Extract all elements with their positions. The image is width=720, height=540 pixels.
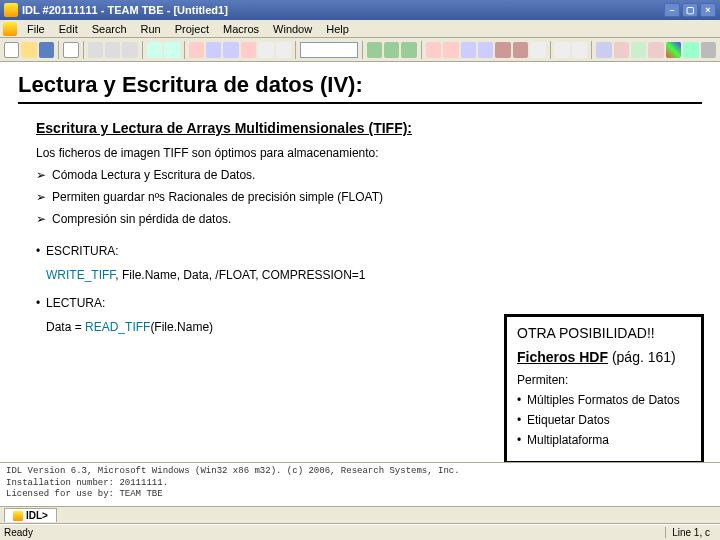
slide: Lectura y Escritura de datos (IV): Escri… <box>0 62 720 356</box>
window-title: IDL #20111111 - TEAM TBE - [Untitled1] <box>22 4 228 16</box>
intro-text: Los ficheros de imagen TIFF son óptimos … <box>36 146 702 160</box>
console-line: Installation number: 20111111. <box>6 478 714 490</box>
document-area: Lectura y Escritura de datos (IV): Escri… <box>0 62 720 462</box>
console-line: IDL Version 6.3, Microsoft Windows (Win3… <box>6 466 714 478</box>
run-icon[interactable] <box>206 42 221 58</box>
tool-icon[interactable] <box>554 42 569 58</box>
tool-icon[interactable] <box>513 42 528 58</box>
tool-icon[interactable] <box>276 42 291 58</box>
infobox-main-bold: Ficheros HDF <box>517 349 608 365</box>
bullet-item: Compresión sin pérdida de datos. <box>36 212 702 226</box>
infobox-item: Etiquetar Datos <box>517 413 691 427</box>
separator-icon <box>550 41 551 59</box>
infobox-item: Multiplataforma <box>517 433 691 447</box>
section-lectura: LECTURA: <box>36 296 702 310</box>
tool-icon[interactable] <box>572 42 587 58</box>
tab-icon <box>13 511 23 521</box>
separator-icon <box>142 41 143 59</box>
tool-icon[interactable] <box>648 42 663 58</box>
search-field[interactable] <box>300 42 358 58</box>
infobox-permit: Permiten: <box>517 373 691 387</box>
command-args: , File.Name, Data, /FLOAT, COMPRESSION=1 <box>115 268 365 282</box>
infobox-item: Múltiples Formatos de Datos <box>517 393 691 407</box>
separator-icon <box>83 41 84 59</box>
stop-icon[interactable] <box>241 42 256 58</box>
separator-icon <box>295 41 296 59</box>
cut-icon[interactable] <box>88 42 103 58</box>
infobox-main-rest: (pág. 161) <box>608 349 676 365</box>
write-command: WRITE_TIFF, File.Name, Data, /FLOAT, COM… <box>46 268 702 282</box>
keyword: WRITE_TIFF <box>46 268 115 282</box>
menu-help[interactable]: Help <box>319 21 356 37</box>
menu-app-icon <box>3 22 17 36</box>
tool-icon[interactable] <box>530 42 545 58</box>
menu-file[interactable]: File <box>20 21 52 37</box>
separator-icon <box>591 41 592 59</box>
run2-icon[interactable] <box>223 42 238 58</box>
info-box: OTRA POSIBILIDAD!! Ficheros HDF (pág. 16… <box>504 314 704 462</box>
slide-subhead: Escritura y Lectura de Arrays Multidimen… <box>36 120 702 136</box>
tool-icon[interactable] <box>478 42 493 58</box>
titlebar: IDL #20111111 - TEAM TBE - [Untitled1] –… <box>0 0 720 20</box>
tab-label: IDL> <box>26 510 48 521</box>
bullet-item: Permiten guardar nºs Racionales de preci… <box>36 190 702 204</box>
tool-icon[interactable] <box>426 42 441 58</box>
undo-icon[interactable] <box>147 42 162 58</box>
tool-icon[interactable] <box>495 42 510 58</box>
minimize-button[interactable]: – <box>664 3 680 17</box>
tool-icon[interactable] <box>596 42 611 58</box>
app-icon <box>4 3 18 17</box>
menu-macros[interactable]: Macros <box>216 21 266 37</box>
infobox-main: Ficheros HDF (pág. 161) <box>517 349 691 365</box>
toolbar <box>0 38 720 62</box>
tool-icon[interactable] <box>401 42 416 58</box>
menu-edit[interactable]: Edit <box>52 21 85 37</box>
bullet-item: Cómoda Lectura y Escritura de Datos. <box>36 168 702 182</box>
tool-icon[interactable] <box>384 42 399 58</box>
status-line: Line 1, c <box>665 527 716 538</box>
save-icon[interactable] <box>39 42 54 58</box>
idl-prompt-tab[interactable]: IDL> <box>4 508 57 522</box>
window-controls: – ▢ × <box>664 3 716 17</box>
separator-icon <box>184 41 185 59</box>
compile-icon[interactable] <box>189 42 204 58</box>
paste-icon[interactable] <box>122 42 137 58</box>
menubar: File Edit Search Run Project Macros Wind… <box>0 20 720 38</box>
open-icon[interactable] <box>21 42 36 58</box>
command-prefix: Data = <box>46 320 85 334</box>
tool-icon[interactable] <box>683 42 698 58</box>
separator-icon <box>58 41 59 59</box>
tool-icon[interactable] <box>258 42 273 58</box>
menu-project[interactable]: Project <box>168 21 216 37</box>
command-args: (File.Name) <box>150 320 213 334</box>
new-icon[interactable] <box>4 42 19 58</box>
slide-title: Lectura y Escritura de datos (IV): <box>18 72 702 104</box>
prompt-tabs: IDL> <box>0 506 720 524</box>
separator-icon <box>362 41 363 59</box>
tool-icon[interactable] <box>443 42 458 58</box>
palette-icon[interactable] <box>666 42 681 58</box>
console-output: IDL Version 6.3, Microsoft Windows (Win3… <box>0 462 720 506</box>
menu-window[interactable]: Window <box>266 21 319 37</box>
statusbar: Ready Line 1, c <box>0 524 720 540</box>
tool-icon[interactable] <box>367 42 382 58</box>
menu-search[interactable]: Search <box>85 21 134 37</box>
section-escritura: ESCRITURA: <box>36 244 702 258</box>
menu-run[interactable]: Run <box>134 21 168 37</box>
tool-icon[interactable] <box>461 42 476 58</box>
redo-icon[interactable] <box>164 42 179 58</box>
tool-icon[interactable] <box>614 42 629 58</box>
separator-icon <box>421 41 422 59</box>
status-ready: Ready <box>4 527 33 538</box>
tool-icon[interactable] <box>701 42 716 58</box>
maximize-button[interactable]: ▢ <box>682 3 698 17</box>
infobox-title: OTRA POSIBILIDAD!! <box>517 325 691 341</box>
console-line: Licensed for use by: TEAM TBE <box>6 489 714 501</box>
tool-icon[interactable] <box>631 42 646 58</box>
close-button[interactable]: × <box>700 3 716 17</box>
print-icon[interactable] <box>63 42 78 58</box>
keyword: READ_TIFF <box>85 320 150 334</box>
copy-icon[interactable] <box>105 42 120 58</box>
